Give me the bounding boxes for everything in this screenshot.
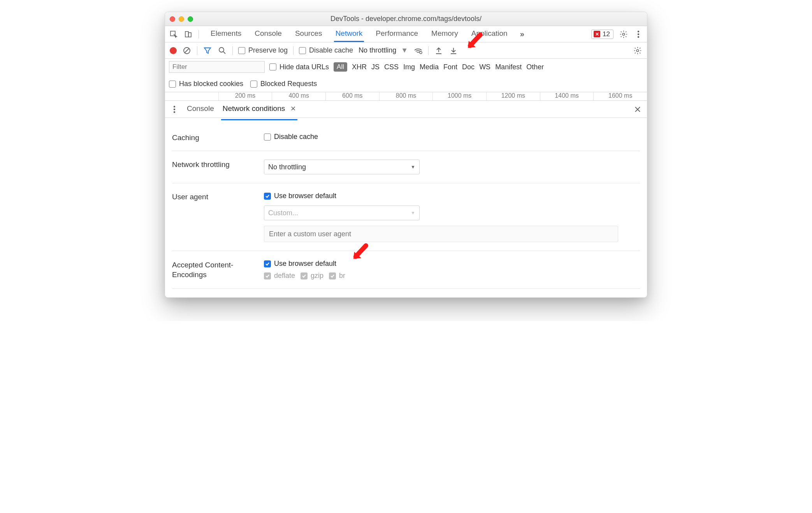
filter-ws[interactable]: WS: [479, 63, 490, 71]
timeline-tick: 800 ms: [379, 92, 433, 100]
drawer-tab-console[interactable]: Console: [186, 102, 215, 117]
divider: [197, 46, 197, 55]
upload-har-icon[interactable]: [434, 46, 443, 55]
svg-point-9: [219, 47, 224, 52]
filter-css[interactable]: CSS: [384, 63, 399, 71]
more-tabs-icon[interactable]: »: [520, 30, 524, 39]
filter-other[interactable]: Other: [526, 63, 544, 71]
disable-cache-checkbox[interactable]: Disable cache: [299, 46, 353, 54]
has-blocked-cookies-checkbox[interactable]: Has blocked cookies: [169, 80, 243, 88]
tab-memory[interactable]: Memory: [431, 27, 459, 42]
minimize-window-button[interactable]: [179, 16, 184, 22]
close-window-button[interactable]: [170, 16, 175, 22]
clear-icon[interactable]: [182, 46, 192, 55]
svg-line-8: [185, 48, 189, 53]
has-blocked-label: Has blocked cookies: [179, 80, 243, 88]
close-tab-icon[interactable]: ✕: [290, 105, 296, 112]
user-agent-default-checkbox[interactable]: Use browser default: [264, 192, 640, 200]
divider: [428, 46, 429, 55]
divider: [232, 46, 233, 55]
chevron-down-icon: ▼: [411, 210, 415, 216]
filter-funnel-icon[interactable]: [203, 46, 212, 55]
filter-img[interactable]: Img: [403, 63, 415, 71]
encodings-default-checkbox[interactable]: Use browser default: [264, 260, 640, 268]
caching-disable-cache-label: Disable cache: [274, 133, 318, 141]
tab-console[interactable]: Console: [254, 27, 283, 42]
disable-cache-label: Disable cache: [309, 46, 353, 54]
download-har-icon[interactable]: [449, 46, 458, 55]
timeline-overview[interactable]: 200 ms 400 ms 600 ms 800 ms 1000 ms 1200…: [165, 92, 647, 101]
panel-settings-gear-icon[interactable]: [633, 46, 642, 55]
svg-rect-2: [188, 33, 191, 37]
caching-disable-cache-checkbox[interactable]: Disable cache: [264, 133, 640, 141]
encodings-list: deflate gzip br: [264, 272, 640, 280]
window-title: DevTools - developer.chrome.com/tags/dev…: [165, 15, 647, 23]
filter-media[interactable]: Media: [420, 63, 439, 71]
svg-point-5: [638, 33, 639, 35]
timeline-tick: 1000 ms: [432, 92, 486, 100]
svg-point-11: [420, 51, 422, 54]
device-toggle-icon[interactable]: [184, 30, 193, 39]
preserve-log-checkbox[interactable]: Preserve log: [238, 46, 288, 54]
close-drawer-icon[interactable]: [633, 105, 642, 114]
main-tabs-row: Elements Console Sources Network Perform…: [165, 26, 647, 42]
timeline-tick: 400 ms: [272, 92, 325, 100]
filter-all[interactable]: All: [334, 62, 347, 72]
timeline-tick: 200 ms: [218, 92, 272, 100]
blocked-requests-label: Blocked Requests: [260, 80, 317, 88]
filter-manifest[interactable]: Manifest: [495, 63, 522, 71]
drawer-kebab-icon[interactable]: [170, 105, 179, 114]
divider: [293, 46, 294, 55]
tab-sources[interactable]: Sources: [294, 27, 323, 42]
settings-gear-icon[interactable]: [619, 30, 628, 39]
chevron-down-icon: ▼: [411, 164, 415, 170]
throttling-select[interactable]: No throttling ▼: [264, 160, 420, 174]
svg-line-10: [223, 52, 225, 54]
tab-performance[interactable]: Performance: [375, 27, 419, 42]
filter-js[interactable]: JS: [371, 63, 380, 71]
inspect-icon[interactable]: [169, 30, 178, 39]
tab-application[interactable]: Application: [471, 27, 508, 42]
hide-data-urls-checkbox[interactable]: Hide data URLs: [269, 63, 329, 71]
search-icon[interactable]: [218, 46, 227, 55]
encodings-label: Accepted Content-Encodings: [172, 260, 264, 279]
network-conditions-icon[interactable]: [413, 46, 423, 55]
svg-point-14: [174, 109, 175, 110]
window-controls: [170, 16, 193, 22]
timeline-tick: 1600 ms: [593, 92, 647, 100]
svg-point-3: [622, 33, 625, 35]
blocked-requests-checkbox[interactable]: Blocked Requests: [250, 80, 317, 88]
window-titlebar: DevTools - developer.chrome.com/tags/dev…: [165, 12, 647, 26]
user-agent-default-label: Use browser default: [274, 192, 336, 200]
record-button[interactable]: [170, 47, 177, 54]
throttling-label: Network throttling: [172, 160, 264, 169]
drawer-tabs: Console Network conditions ✕: [165, 101, 647, 118]
zoom-window-button[interactable]: [188, 16, 193, 22]
filter-xhr[interactable]: XHR: [352, 63, 367, 71]
tab-elements[interactable]: Elements: [210, 27, 242, 42]
svg-point-6: [638, 36, 639, 38]
encoding-deflate: deflate: [274, 272, 295, 280]
user-agent-custom-select: Custom... ▼: [264, 206, 420, 220]
preserve-log-label: Preserve log: [248, 46, 288, 54]
error-count-badge[interactable]: ✕ 12: [591, 30, 613, 39]
network-filter-row: Hide data URLs All XHR JS CSS Img Media …: [165, 59, 647, 92]
kebab-menu-icon[interactable]: [634, 30, 643, 39]
drawer-tab-network-conditions[interactable]: Network conditions ✕: [222, 102, 297, 117]
timeline-tick: 600 ms: [325, 92, 379, 100]
error-count: 12: [603, 30, 610, 38]
timeline-tick: [165, 92, 218, 100]
filter-input[interactable]: [169, 61, 265, 73]
caching-label: Caching: [172, 133, 264, 142]
timeline-tick: 1200 ms: [486, 92, 540, 100]
encoding-gzip: gzip: [311, 272, 323, 280]
filter-font[interactable]: Font: [443, 63, 457, 71]
timeline-tick: 1400 ms: [540, 92, 594, 100]
svg-point-12: [636, 49, 639, 52]
throttling-select[interactable]: No throttling ▼: [359, 46, 408, 54]
network-conditions-panel: Caching Disable cache Network throttling…: [165, 118, 647, 297]
tab-network[interactable]: Network: [335, 27, 364, 42]
svg-rect-1: [185, 32, 188, 37]
divider: [199, 30, 199, 39]
filter-doc[interactable]: Doc: [462, 63, 475, 71]
